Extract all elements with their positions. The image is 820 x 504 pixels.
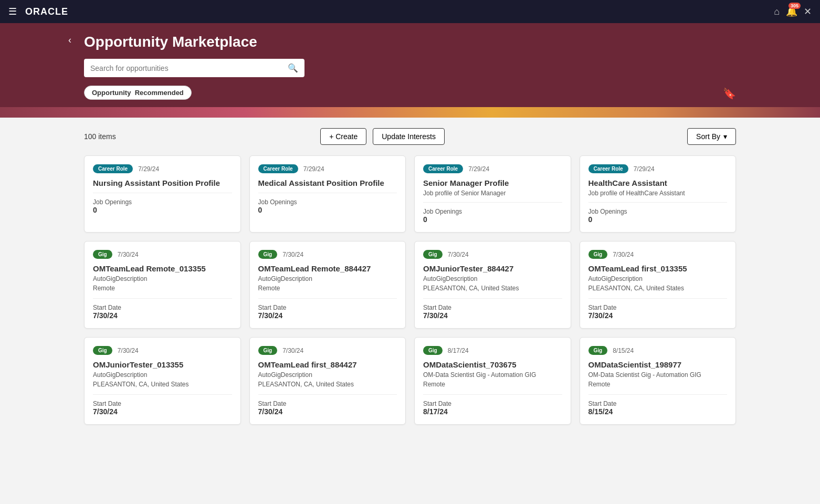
card-title: OMTeamLead first_884427 [258, 360, 397, 369]
filter-row: Opportunity Recommended [84, 86, 736, 107]
card-meta-value: 0 [423, 215, 562, 224]
search-input[interactable] [90, 64, 288, 72]
card-meta-value: 7/30/24 [588, 311, 728, 320]
card-date: 7/30/24 [448, 251, 469, 258]
card-date: 7/29/24 [634, 165, 655, 173]
card-subtitle: Job profile of HealthCare Assistant [588, 190, 728, 197]
filter-button[interactable]: Opportunity Recommended [84, 86, 192, 100]
opportunity-card[interactable]: Gig 8/15/24 OMDataScientist_198977 OM-Da… [580, 337, 737, 425]
search-icon[interactable]: 🔍 [288, 63, 298, 73]
card-badge: Gig [93, 250, 112, 259]
card-date: 7/29/24 [138, 165, 159, 173]
create-button[interactable]: + Create [320, 128, 366, 145]
card-header: Gig 7/30/24 [93, 250, 232, 259]
card-meta-value: 7/30/24 [93, 311, 232, 320]
card-divider [258, 394, 397, 395]
card-header: Gig 7/30/24 [258, 346, 397, 355]
page-title: Opportunity Marketplace [84, 34, 736, 50]
card-date: 8/15/24 [613, 347, 634, 354]
card-divider [93, 394, 232, 395]
card-title: Nursing Assistant Position Profile [93, 178, 232, 187]
card-subtitle: AutoGigDescription [93, 275, 232, 282]
card-header: Gig 8/17/24 [423, 346, 562, 355]
card-subtitle: AutoGigDescription [93, 371, 232, 379]
card-divider [588, 298, 728, 299]
card-badge: Gig [93, 346, 112, 355]
card-meta-value: 7/30/24 [93, 407, 232, 416]
home-icon[interactable]: ⌂ [774, 6, 780, 17]
card-meta-label: Start Date [258, 400, 397, 407]
card-subtitle: AutoGigDescription [588, 275, 728, 282]
top-navigation: ☰ ORACLE ⌂ 🔔 305 ✕ [0, 0, 820, 23]
card-badge: Career Role [423, 164, 463, 173]
card-badge: Gig [258, 250, 278, 259]
card-location: PLEASANTON, CA, United States [258, 381, 397, 388]
card-meta-label: Start Date [588, 304, 728, 311]
card-location: PLEASANTON, CA, United States [588, 285, 728, 292]
sort-by-chevron-icon: ▾ [723, 132, 727, 141]
card-header: Gig 7/30/24 [423, 250, 562, 259]
opportunity-card[interactable]: Gig 7/30/24 OMJuniorTester_013355 AutoGi… [84, 337, 241, 425]
notification-icon[interactable]: 🔔 305 [786, 6, 797, 17]
card-badge: Gig [588, 346, 608, 355]
card-title: Senior Manager Profile [423, 178, 562, 187]
card-header: Gig 7/30/24 [258, 250, 397, 259]
card-divider [423, 394, 562, 395]
card-title: OMDataScientist_198977 [588, 360, 728, 369]
card-meta-label: Job Openings [258, 198, 397, 206]
banner-decoration [0, 107, 820, 118]
card-title: OMTeamLead Remote_013355 [93, 264, 232, 273]
opportunity-card[interactable]: Career Role 7/29/24 HealthCare Assistant… [580, 155, 737, 233]
card-header: Career Role 7/29/24 [258, 164, 397, 173]
card-date: 7/30/24 [282, 251, 303, 258]
card-location: Remote [588, 381, 728, 388]
card-subtitle: OM-Data Scientist Gig - Automation GIG [423, 371, 562, 379]
opportunity-card[interactable]: Gig 7/30/24 OMTeamLead first_884427 Auto… [249, 337, 406, 425]
nav-left: ☰ ORACLE [8, 6, 68, 17]
card-grid-row2: Gig 7/30/24 OMTeamLead Remote_013355 Aut… [84, 241, 736, 329]
sort-by-button[interactable]: Sort By ▾ [687, 128, 736, 145]
card-location: Remote [258, 285, 397, 292]
main-content: 100 items + Create Update Interests Sort… [0, 118, 820, 444]
back-button[interactable]: ‹ [68, 35, 71, 46]
card-header: Career Role 7/29/24 [93, 164, 232, 173]
card-grid-row3: Gig 7/30/24 OMJuniorTester_013355 AutoGi… [84, 337, 736, 425]
card-subtitle: OM-Data Scientist Gig - Automation GIG [588, 371, 728, 379]
card-meta-value: 7/30/24 [258, 311, 397, 320]
opportunity-card[interactable]: Gig 7/30/24 OMTeamLead first_013355 Auto… [580, 241, 737, 329]
card-meta-value: 7/30/24 [258, 407, 397, 416]
opportunity-card[interactable]: Gig 7/30/24 OMTeamLead Remote_884427 Aut… [249, 241, 406, 329]
bookmark-icon[interactable]: 🔖 [723, 87, 736, 100]
opportunity-card[interactable]: Career Role 7/29/24 Nursing Assistant Po… [84, 155, 241, 233]
card-badge: Gig [423, 250, 443, 259]
card-meta-value: 0 [93, 206, 232, 214]
card-meta-value: 7/30/24 [423, 311, 562, 320]
card-title: OMTeamLead Remote_884427 [258, 264, 397, 273]
card-title: OMDataScientist_703675 [423, 360, 562, 369]
card-divider [93, 298, 232, 299]
opportunity-card[interactable]: Career Role 7/29/24 Medical Assistant Po… [249, 155, 406, 233]
card-date: 7/29/24 [303, 165, 324, 173]
card-title: OMJuniorTester_884427 [423, 264, 562, 273]
hamburger-icon[interactable]: ☰ [8, 6, 17, 17]
opportunity-card[interactable]: Career Role 7/29/24 Senior Manager Profi… [414, 155, 571, 233]
opportunity-card[interactable]: Gig 8/17/24 OMDataScientist_703675 OM-Da… [414, 337, 571, 425]
card-date: 7/30/24 [118, 251, 139, 258]
toolbar: 100 items + Create Update Interests Sort… [84, 128, 736, 145]
card-divider [423, 298, 562, 299]
card-title: Medical Assistant Position Profile [258, 178, 397, 187]
card-meta-value: 0 [258, 206, 397, 214]
opportunity-card[interactable]: Gig 7/30/24 OMTeamLead Remote_013355 Aut… [84, 241, 241, 329]
update-interests-button[interactable]: Update Interests [373, 128, 445, 145]
card-meta-label: Job Openings [423, 208, 562, 215]
user-icon[interactable]: ✕ [804, 6, 812, 17]
card-badge: Career Role [258, 164, 298, 173]
card-title: OMJuniorTester_013355 [93, 360, 232, 369]
card-meta-value: 0 [588, 215, 728, 224]
opportunity-card[interactable]: Gig 7/30/24 OMJuniorTester_884427 AutoGi… [414, 241, 571, 329]
card-title: OMTeamLead first_013355 [588, 264, 728, 273]
card-location: PLEASANTON, CA, United States [93, 381, 232, 388]
card-divider [588, 202, 728, 203]
nav-right: ⌂ 🔔 305 ✕ [774, 6, 812, 17]
card-badge: Career Role [588, 164, 628, 173]
